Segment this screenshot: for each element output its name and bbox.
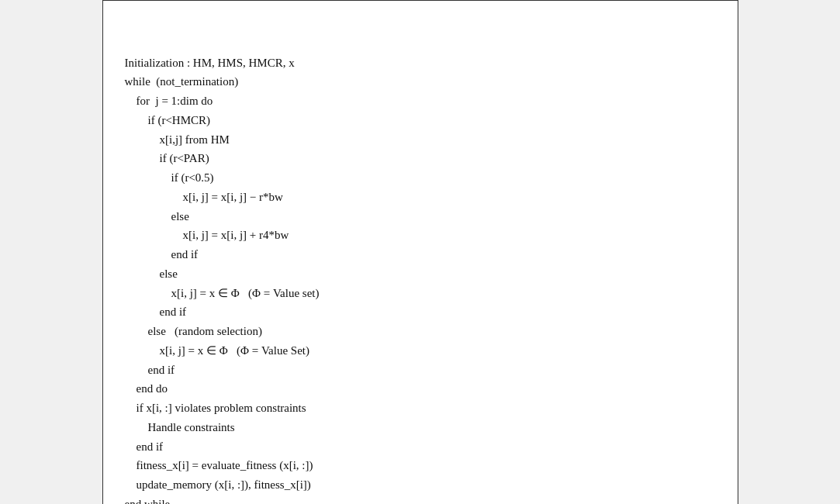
code-line: if (r<HMCR) <box>125 111 716 130</box>
code-line: x[i, j] = x[i, j] − r*bw <box>125 188 716 207</box>
code-line: if (r<0.5) <box>125 168 716 188</box>
code-container: Initialization : HM, HMS, HMCR, xwhile (… <box>102 0 738 504</box>
code-line: else <box>125 207 716 226</box>
code-line: end if <box>125 302 716 322</box>
code-line: if x[i, :] violates problem constraints <box>125 399 716 418</box>
code-line: update_memory (x[i, :]), fitness_x[i]) <box>125 475 716 495</box>
code-line: fitness_x[i] = evaluate_fitness (x[i, :]… <box>125 456 716 475</box>
code-line: end do <box>125 379 716 399</box>
code-line: else <box>125 264 716 284</box>
code-line: else (random selection) <box>125 322 716 341</box>
code-line: Handle constraints <box>125 418 716 437</box>
code-line: x[i,j] from HM <box>125 130 716 150</box>
code-line: x[i, j] = x ∈ Φ (Φ = Value set) <box>125 284 716 303</box>
code-line: if (r<PAR) <box>125 149 716 168</box>
code-line: Initialization : HM, HMS, HMCR, x <box>125 54 716 73</box>
code-block: Initialization : HM, HMS, HMCR, xwhile (… <box>125 15 716 504</box>
code-line: end if <box>125 361 716 380</box>
code-line: end if <box>125 245 716 264</box>
code-line: for j = 1:dim do <box>125 91 716 111</box>
code-line: x[i, j] = x ∈ Φ (Φ = Value Set) <box>125 341 716 361</box>
code-line: end if <box>125 437 716 457</box>
code-line: x[i, j] = x[i, j] + r4*bw <box>125 226 716 245</box>
code-line: end while <box>125 495 716 504</box>
code-line: while (not_termination) <box>125 72 716 91</box>
